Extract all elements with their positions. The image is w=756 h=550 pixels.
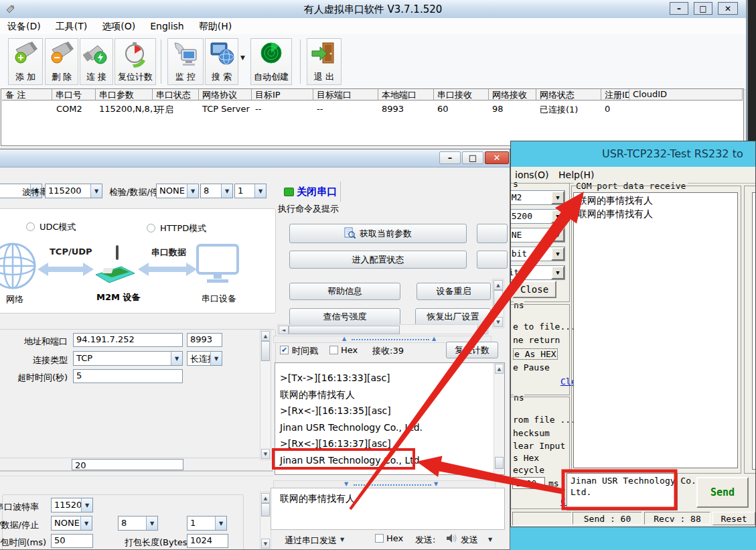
connect-button[interactable]: 连 接 (80, 38, 113, 85)
pack-len-input[interactable]: 1024 (187, 534, 228, 548)
checksum-option[interactable]: hecksum (513, 428, 550, 438)
main-close-button[interactable]: ✕ (718, 2, 738, 15)
databits-select[interactable]: 8 bit▼ (510, 247, 565, 261)
col-target-port[interactable]: 目标端口 (313, 89, 378, 100)
main-minimize-button[interactable]: – (670, 2, 688, 15)
col-target-ip[interactable]: 目标IP (252, 89, 313, 100)
partial-button[interactable] (477, 251, 508, 269)
scrollbar-thumb[interactable] (495, 457, 504, 469)
scroll-left-icon[interactable]: ◄ (279, 326, 289, 334)
stopbits-select[interactable]: 1 bit▼ (510, 265, 565, 280)
close-serial-button[interactable]: 关闭串口 (297, 186, 337, 198)
exit-button[interactable]: 退 出 (307, 38, 342, 85)
chevron-down-icon[interactable]: ▼ (551, 266, 564, 279)
search-dropdown-icon[interactable]: ▼ (240, 54, 245, 61)
col-reg-id[interactable]: 注册ID (601, 89, 629, 100)
send-input[interactable]: Jinan USR Technology Co., Ltd. (566, 473, 678, 510)
menu-device[interactable]: 设备(D) (0, 18, 48, 36)
delete-device-button[interactable]: 删 除 (45, 38, 78, 85)
serial-stopbits-select[interactable]: 1▼ (187, 516, 227, 531)
col-net-recv[interactable]: 网络接收 (489, 89, 536, 100)
cmd-h-scrollbar[interactable]: ◄ ► (277, 324, 489, 334)
scrollbar-thumb[interactable] (289, 326, 400, 334)
conn-mode-select[interactable]: 长连接▼ (187, 351, 222, 366)
scroll-up-icon[interactable]: ▲ (495, 364, 504, 374)
httpd-mode-radio[interactable] (147, 224, 155, 232)
enter-config-button[interactable]: 进入配置状态 (289, 251, 467, 269)
scroll-up-icon[interactable]: ▲ (261, 493, 270, 503)
reset-count-button[interactable]: 复位计数 (446, 342, 498, 358)
config-maximize-button[interactable]: □ (462, 151, 483, 164)
pack-time-input[interactable]: 50 (51, 534, 93, 548)
col-local-port[interactable]: 本地端口 (378, 89, 434, 100)
col-state[interactable]: 串口状态 (153, 89, 199, 100)
cmd-scrollbar[interactable]: ▲ ▼ (492, 279, 504, 328)
chevron-down-icon[interactable]: ▼ (81, 498, 92, 512)
scroll-up-icon[interactable]: ▲ (261, 331, 270, 341)
chevron-down-icon[interactable]: ▼ (340, 537, 344, 543)
recycle-option[interactable]: ecycle (513, 465, 544, 475)
add-device-button[interactable]: 添 加 (8, 38, 43, 85)
addr-input[interactable]: 94.191.7.252 (73, 333, 183, 347)
send-hex-checkbox[interactable] (375, 534, 384, 543)
config-close-button[interactable]: ✕ (485, 151, 509, 164)
chevron-down-icon[interactable]: ▼ (488, 537, 492, 543)
timeout-input[interactable]: 5 (73, 369, 183, 383)
recv-pause-option[interactable]: e Pause (513, 362, 550, 372)
receive-textarea[interactable]: 联网的事情找有人 联网的事情找有人 (573, 192, 738, 468)
chevron-down-icon[interactable]: ▼ (254, 184, 266, 198)
col-params[interactable]: 串口参数 (96, 89, 153, 100)
scrollbar-thumb[interactable] (494, 290, 503, 309)
udc-mode-radio[interactable] (26, 222, 35, 231)
com-port-select[interactable]: COM2▼ (510, 190, 565, 205)
log-scrollbar[interactable]: ▲ (494, 363, 504, 474)
col-net-state[interactable]: 网络状态 (536, 89, 601, 100)
send-textarea[interactable]: 联网的事情找有人 (271, 488, 505, 530)
get-params-button[interactable]: 获取当前参数 (289, 224, 467, 243)
conn-type-select[interactable]: TCP▼ (73, 351, 183, 366)
chevron-down-icon[interactable]: ▼ (146, 517, 157, 530)
chevron-down-icon[interactable]: ▼ (90, 184, 102, 198)
baud-select[interactable]: 115200▼ (45, 184, 102, 198)
menu-tools[interactable]: 工具(T) (48, 18, 94, 36)
search-button[interactable]: 搜 索 (205, 38, 238, 85)
col-remark[interactable]: 备 注 (2, 89, 52, 100)
auto-create-button[interactable]: 自动创建 (250, 38, 292, 85)
chevron-down-icon[interactable]: ▼ (551, 210, 564, 223)
main-titlebar[interactable]: 有人虚拟串口软件 V3.7.1.520 – □ ✕ (0, 0, 746, 19)
line-return-option[interactable]: ne return (513, 335, 560, 345)
main-maximize-button[interactable]: □ (694, 2, 712, 15)
hex-checkbox[interactable] (329, 346, 338, 354)
scroll-down-icon[interactable]: ▼ (261, 539, 270, 549)
send-via-serial-dropdown[interactable]: 通过串口发送 (285, 535, 337, 547)
serial-baud-select[interactable]: 115200▼ (51, 498, 93, 512)
databits-select[interactable]: 8▼ (200, 184, 233, 198)
chevron-down-icon[interactable]: ▼ (551, 228, 564, 242)
interval-input[interactable]: 1000 (512, 477, 545, 489)
factory-reset-button[interactable]: 恢复出厂设置 (415, 308, 491, 326)
chevron-down-icon[interactable]: ▼ (210, 352, 222, 365)
com-close-button[interactable]: Close (512, 281, 556, 298)
serial-parity-select[interactable]: NONE▼ (51, 516, 92, 531)
timestamp-checkbox[interactable]: ✔ (280, 346, 289, 354)
reset-count-button[interactable]: 复位计数 (115, 38, 156, 85)
scrollbar-thumb[interactable] (261, 341, 270, 361)
send-as-hex-option[interactable]: s Hex (513, 453, 539, 463)
monitor-button[interactable]: 监 控 (167, 38, 204, 85)
signal-strength-button[interactable]: 查信号强度 (289, 308, 400, 326)
send-button[interactable]: 发送 (461, 534, 478, 546)
config-titlebar[interactable]: – □ ✕ (0, 149, 510, 167)
scroll-right-icon[interactable]: ► (477, 326, 487, 334)
scroll-down-icon[interactable]: ▼ (261, 449, 270, 459)
col-cloud-id[interactable]: CloudID (629, 89, 743, 100)
from-file-option[interactable]: rom file ... (513, 415, 576, 425)
col-com[interactable]: 串口号 (52, 89, 96, 100)
scroll-up-icon[interactable]: ▲ (494, 280, 503, 290)
serial-databits-select[interactable]: 8▼ (118, 516, 158, 531)
menu-help[interactable]: Help(H) (558, 169, 594, 180)
baud-select[interactable]: 115200▼ (510, 209, 565, 224)
recv-as-hex-option[interactable]: e As HEX (513, 348, 558, 360)
col-serial-recv[interactable]: 串口接收 (434, 89, 489, 100)
scroll-down-icon[interactable]: ▼ (494, 317, 503, 327)
chevron-down-icon[interactable]: ▼ (80, 517, 92, 530)
